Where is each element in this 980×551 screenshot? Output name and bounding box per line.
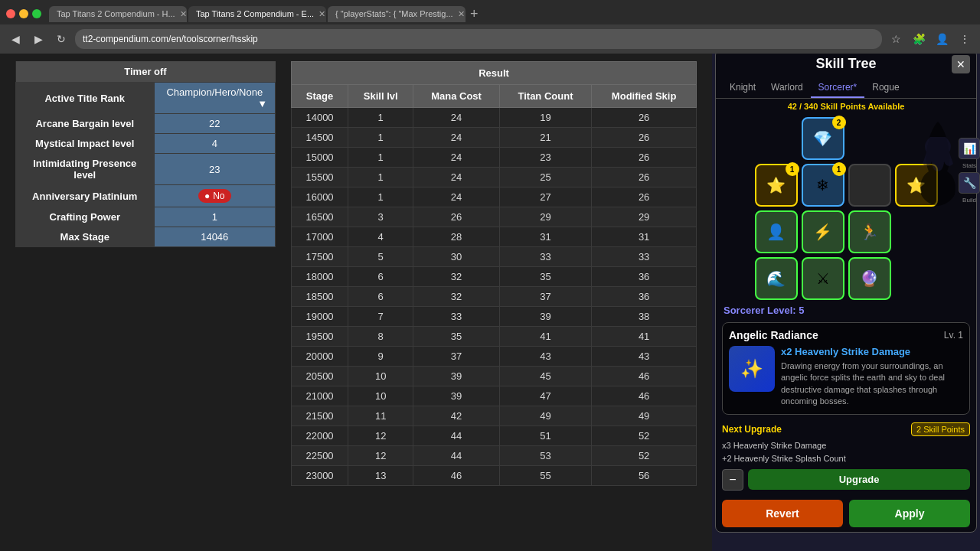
cell-r5c4: 29 — [592, 207, 697, 227]
intimidating-presence-value[interactable]: 23 — [154, 154, 275, 185]
menu-btn[interactable]: ⋮ — [956, 30, 974, 48]
table-row: 160001242726 — [292, 187, 697, 207]
anniversary-platinium-value[interactable]: No — [154, 185, 275, 207]
skill-node-r2c2[interactable]: 🏃 — [848, 210, 891, 253]
skill-node-r2c1[interactable]: ⚡ — [802, 210, 844, 253]
skill-node-r3c1[interactable]: ⚔ — [802, 257, 844, 300]
back-btn[interactable]: ◀ — [6, 30, 24, 48]
build-icon: 🔧 — [963, 177, 976, 189]
active-title-dropdown[interactable]: Champion/Hero/None ▼ — [154, 83, 275, 114]
table-row: 2100010394746 — [292, 386, 697, 406]
cell-r13c2: 39 — [413, 367, 499, 386]
cell-r17c4: 52 — [592, 446, 697, 466]
browser-tab-2[interactable]: Tap Titans 2 Compendium - E... ✕ — [188, 6, 326, 22]
cell-r15c3: 49 — [499, 406, 592, 426]
skill-node-r3c0[interactable]: 🌊 — [755, 257, 798, 300]
max-stage-value[interactable]: 14046 — [154, 227, 275, 247]
upgrade-minus-btn[interactable]: − — [722, 469, 743, 491]
skill-tree-title: Skill Tree — [815, 56, 876, 72]
cell-r15c4: 49 — [592, 406, 697, 426]
skill-node-r1c2[interactable] — [848, 164, 891, 207]
cell-r12c3: 43 — [499, 347, 592, 367]
next-upgrade-label: Next Upgrade — [722, 424, 782, 435]
tab-sorcerer[interactable]: Sorcerer* — [811, 78, 865, 98]
mystical-impact-value[interactable]: 4 — [154, 134, 275, 154]
browser-tab-1[interactable]: Tap Titans 2 Compendium - H... ✕ — [49, 6, 187, 22]
address-bar[interactable] — [75, 29, 882, 49]
cell-r6c0: 17000 — [292, 227, 348, 247]
bookmark-btn[interactable]: ☆ — [887, 30, 905, 48]
skill-points-max: 340 — [804, 102, 818, 111]
cell-r12c1: 9 — [348, 347, 413, 367]
cell-r2c3: 23 — [499, 148, 592, 168]
tab-warlord[interactable]: Warlord — [763, 78, 811, 98]
cell-r1c2: 24 — [413, 128, 499, 148]
cell-r7c2: 30 — [413, 247, 499, 267]
stats-btn[interactable]: 📊 — [959, 138, 980, 159]
timer-table-header: Timer off — [16, 61, 276, 83]
apply-button[interactable]: Apply — [849, 500, 970, 527]
row-label-intimidating: Intimidating Presence level — [16, 154, 155, 185]
tab-close-3[interactable]: ✕ — [458, 9, 465, 19]
cell-r2c1: 1 — [348, 148, 413, 168]
table-row: 190007333938 — [292, 307, 697, 327]
maximize-btn[interactable] — [32, 9, 41, 18]
cell-r15c1: 11 — [348, 406, 413, 426]
upgrade-btn[interactable]: Upgrade — [748, 469, 970, 490]
cell-r2c2: 24 — [413, 148, 499, 168]
build-btn[interactable]: 🔧 — [959, 172, 980, 194]
minimize-btn[interactable] — [19, 9, 28, 18]
tab-knight[interactable]: Knight — [722, 78, 763, 98]
cell-r9c1: 6 — [348, 287, 413, 307]
skill-multiplier: x2 Heavenly Strike Damage — [781, 346, 963, 357]
row-label-crafting: Crafting Power — [16, 207, 155, 227]
skill-points-available: 42 — [788, 102, 797, 111]
skill-node-r2c0[interactable]: 👤 — [755, 210, 798, 253]
crafting-power-value[interactable]: 1 — [154, 207, 275, 227]
close-skill-tree-btn[interactable]: ✕ — [952, 55, 970, 73]
cell-r17c1: 12 — [348, 446, 413, 466]
cell-r8c0: 18000 — [292, 267, 348, 287]
col-modified-skip: Modified Skip — [592, 85, 697, 108]
upgrade-bonus-1: x3 Heavenly Strike Damage — [722, 439, 970, 453]
cell-r16c0: 22000 — [292, 426, 348, 446]
browser-tab-3[interactable]: { "playerStats": { "Max Prestig... ✕ — [328, 6, 466, 22]
cell-r15c0: 21500 — [292, 406, 348, 426]
skill-node-r1c1[interactable]: ❄ 1 — [802, 164, 844, 207]
cell-r7c4: 33 — [592, 247, 697, 267]
refresh-btn[interactable]: ↻ — [52, 30, 70, 48]
cell-r7c3: 33 — [499, 247, 592, 267]
skill-badge-r1c1: 1 — [832, 162, 846, 176]
extensions-btn[interactable]: 🧩 — [910, 30, 928, 48]
cell-r3c2: 24 — [413, 168, 499, 187]
profile-btn[interactable]: 👤 — [933, 30, 951, 48]
new-tab-btn[interactable]: + — [470, 6, 479, 22]
cell-r1c3: 21 — [499, 128, 592, 148]
action-buttons: Revert Apply — [716, 495, 976, 532]
revert-button[interactable]: Revert — [722, 500, 843, 527]
no-badge: No — [198, 189, 231, 203]
cell-r10c3: 39 — [499, 307, 592, 327]
close-window-btn[interactable] — [6, 9, 15, 18]
cell-r11c3: 41 — [499, 327, 592, 347]
cell-r10c2: 33 — [413, 307, 499, 327]
arcane-bargain-value[interactable]: 22 — [154, 114, 275, 134]
skill-node-r3c2[interactable]: 🔮 — [848, 257, 891, 300]
skill-node-r0c1[interactable]: 💎 2 — [802, 117, 844, 160]
skill-info-body: ✨ x2 Heavenly Strike Damage Drawing ener… — [729, 346, 963, 408]
skill-node-r1c0[interactable]: ⭐ 1 — [755, 164, 798, 207]
table-row: 200009374343 — [292, 347, 697, 367]
cell-r10c0: 19000 — [292, 307, 348, 327]
tab-rogue[interactable]: Rogue — [864, 78, 906, 98]
upgrade-bonuses: x3 Heavenly Strike Damage +2 Heavenly St… — [722, 439, 970, 466]
table-row: 2150011424949 — [292, 406, 697, 426]
forward-btn[interactable]: ▶ — [29, 30, 47, 48]
tab-close-2[interactable]: ✕ — [318, 9, 325, 19]
cell-r2c0: 15000 — [292, 148, 348, 168]
row-label-active-title: Active Title Rank — [16, 83, 155, 114]
tab-close-1[interactable]: ✕ — [180, 9, 187, 19]
cell-r9c4: 36 — [592, 287, 697, 307]
cell-r12c2: 37 — [413, 347, 499, 367]
table-row: 175005303333 — [292, 247, 697, 267]
cell-r14c2: 39 — [413, 386, 499, 406]
